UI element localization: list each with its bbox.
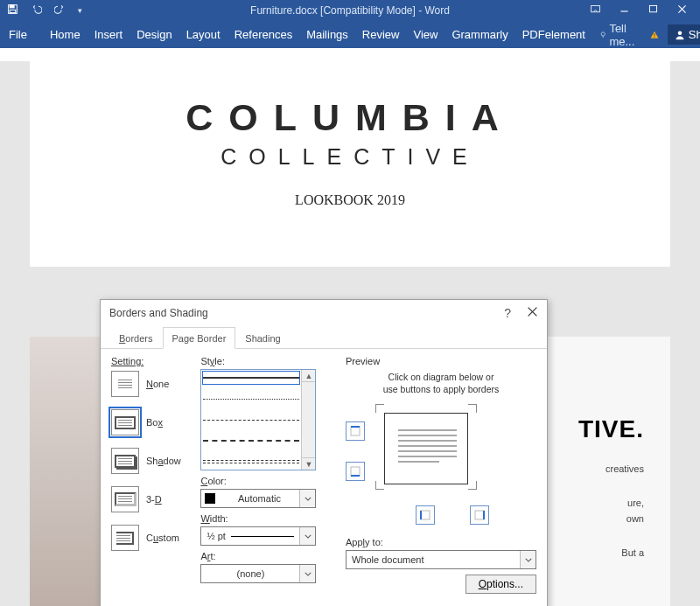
chevron-down-icon bbox=[299, 490, 315, 507]
svg-rect-11 bbox=[654, 36, 654, 37]
tab-borders[interactable]: BBordersorders bbox=[109, 327, 163, 349]
doc-heading-3: LOOKBOOK 2019 bbox=[47, 192, 653, 208]
svg-rect-17 bbox=[351, 467, 360, 476]
apply-to-combobox[interactable]: Whole document bbox=[346, 550, 536, 569]
border-left-button[interactable] bbox=[416, 505, 435, 525]
tell-me-label: Tell me... bbox=[609, 22, 640, 48]
window-title: Furniture.docx [Compatibility Mode] - Wo… bbox=[250, 4, 450, 17]
apply-to-value: Whole document bbox=[346, 554, 520, 565]
qat-dropdown-icon[interactable]: ▾ bbox=[78, 6, 82, 15]
color-swatch-icon bbox=[205, 493, 215, 504]
border-bottom-button[interactable] bbox=[346, 462, 365, 481]
svg-rect-3 bbox=[592, 5, 600, 11]
redo-icon[interactable] bbox=[54, 3, 66, 17]
tab-design[interactable]: Design bbox=[136, 28, 172, 41]
options-button[interactable]: Options...Options... bbox=[466, 575, 536, 594]
tab-grammarly[interactable]: Grammarly bbox=[452, 28, 508, 41]
setting-group: Setting: None None Box Box Shadow Shadow bbox=[111, 356, 197, 606]
dialog-close-icon[interactable] bbox=[527, 306, 538, 320]
person-icon bbox=[675, 30, 685, 40]
tab-file[interactable]: File bbox=[9, 28, 27, 41]
tab-home[interactable]: Home bbox=[50, 28, 80, 41]
art-combobox[interactable]: (none) bbox=[200, 564, 316, 583]
width-label: Width:Width: bbox=[200, 513, 335, 524]
close-icon[interactable] bbox=[676, 3, 688, 17]
style-option-solid[interactable] bbox=[203, 372, 299, 384]
title-bar: ▾ Furniture.docx [Compatibility Mode] - … bbox=[0, 0, 700, 21]
tell-me-icon[interactable]: Tell me... bbox=[599, 22, 641, 48]
tab-layout[interactable]: Layout bbox=[186, 28, 220, 41]
svg-rect-1 bbox=[10, 5, 14, 8]
svg-rect-10 bbox=[654, 33, 654, 36]
setting-3d[interactable]: 3-D 3-D bbox=[111, 486, 197, 512]
setting-none[interactable]: None None bbox=[111, 371, 197, 397]
svg-rect-15 bbox=[351, 427, 360, 435]
style-listbox[interactable]: ▲ ▼ bbox=[200, 369, 316, 470]
dialog-titlebar: Borders and Shading ? bbox=[101, 300, 547, 326]
undo-icon[interactable] bbox=[31, 3, 42, 17]
tab-shading[interactable]: Shading bbox=[235, 327, 290, 349]
tab-pdfelement[interactable]: PDFelement bbox=[522, 28, 585, 41]
preview-label: Preview bbox=[346, 356, 536, 366]
setting-shadow[interactable]: Shadow Shadow bbox=[111, 448, 197, 474]
qat: ▾ bbox=[0, 3, 82, 17]
chevron-down-icon bbox=[299, 527, 315, 545]
apply-to-label: Apply to:Apply to: bbox=[346, 537, 536, 547]
svg-point-8 bbox=[601, 31, 605, 35]
width-value: ½ pt bbox=[206, 531, 225, 541]
tab-page-border[interactable]: Page Border bbox=[163, 327, 236, 349]
style-label: Style:Style: bbox=[200, 356, 335, 366]
tab-insert[interactable]: Insert bbox=[94, 28, 123, 41]
svg-rect-21 bbox=[475, 511, 484, 519]
scroll-down-icon[interactable]: ▼ bbox=[302, 457, 315, 470]
ribbon: File Home Insert Design Layout Reference… bbox=[0, 21, 700, 48]
scroll-up-icon[interactable]: ▲ bbox=[302, 370, 315, 382]
share-button[interactable]: Share bbox=[668, 24, 700, 45]
chevron-down-icon bbox=[520, 551, 536, 568]
tab-review[interactable]: Review bbox=[362, 28, 400, 41]
workspace: COLUMBIA COLLECTIVE LOOKBOOK 2019 TIVE. … bbox=[0, 61, 700, 606]
maximize-icon[interactable] bbox=[648, 3, 659, 17]
tab-references[interactable]: References bbox=[234, 28, 292, 41]
borders-shading-dialog: Borders and Shading ? BBordersorders Pag… bbox=[100, 299, 548, 606]
width-combobox[interactable]: ½ pt bbox=[200, 526, 316, 546]
style-option-dotted[interactable] bbox=[203, 393, 299, 405]
border-right-button[interactable] bbox=[470, 505, 489, 525]
doc-heading-2: COLLECTIVE bbox=[47, 144, 653, 170]
style-group: Style:Style: ▲ ▼ Color:Colo bbox=[197, 356, 335, 606]
preview-hint: Click on diagram below oruse buttons to … bbox=[346, 372, 536, 395]
setting-custom[interactable]: Custom Custom bbox=[111, 525, 197, 551]
dialog-help-icon[interactable]: ? bbox=[504, 306, 511, 320]
dialog-title: Borders and Shading bbox=[109, 307, 208, 319]
svg-rect-19 bbox=[421, 511, 430, 519]
save-icon[interactable] bbox=[7, 3, 18, 17]
style-option-dashed[interactable] bbox=[203, 414, 299, 426]
setting-label: Setting: bbox=[111, 356, 197, 366]
tab-mailings[interactable]: Mailings bbox=[306, 28, 348, 41]
dialog-tabs: BBordersorders Page Border Shading bbox=[101, 326, 547, 349]
border-top-button[interactable] bbox=[346, 421, 365, 441]
share-label: Share bbox=[689, 28, 700, 41]
chevron-down-icon bbox=[299, 565, 315, 582]
warning-icon bbox=[650, 29, 659, 41]
svg-rect-5 bbox=[649, 5, 656, 11]
doc-heading-1: COLUMBIA bbox=[47, 96, 653, 139]
svg-point-12 bbox=[678, 31, 682, 35]
setting-box[interactable]: Box Box bbox=[111, 409, 197, 435]
art-value: (none) bbox=[201, 568, 299, 579]
minimize-icon[interactable] bbox=[619, 3, 630, 17]
art-label: Art:Art: bbox=[200, 551, 335, 561]
document-page: COLUMBIA COLLECTIVE LOOKBOOK 2019 bbox=[30, 61, 670, 267]
preview-diagram[interactable] bbox=[374, 402, 479, 498]
tab-view[interactable]: View bbox=[413, 28, 438, 41]
color-value: Automatic bbox=[219, 493, 299, 504]
ribbon-display-options-icon[interactable] bbox=[590, 3, 601, 17]
svg-rect-2 bbox=[10, 10, 16, 12]
preview-group: Preview Click on diagram below oruse but… bbox=[335, 356, 536, 606]
style-option-dash-thick[interactable] bbox=[203, 435, 299, 447]
style-option-dash-dot[interactable] bbox=[203, 456, 299, 468]
color-label: Color:Color: bbox=[200, 476, 335, 486]
color-combobox[interactable]: Automatic bbox=[200, 489, 316, 508]
style-scrollbar[interactable]: ▲ ▼ bbox=[301, 370, 315, 470]
